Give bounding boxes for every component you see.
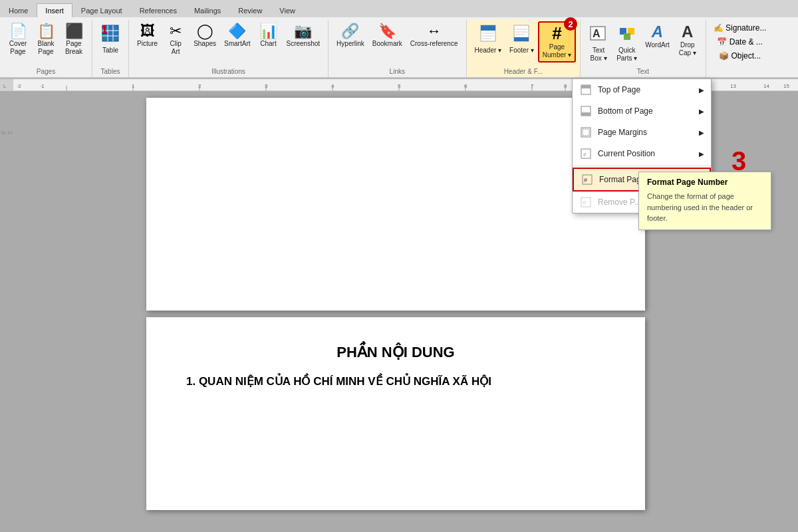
text-buttons: A TextBox ▾ QuickParts ▾ bbox=[585, 20, 702, 66]
current-position-item[interactable]: # Current Position ▶ bbox=[573, 143, 711, 164]
screenshot-label: Screenshot bbox=[287, 40, 321, 48]
header-button[interactable]: Header ▾ bbox=[471, 21, 506, 57]
svg-text:14: 14 bbox=[763, 83, 769, 89]
svg-text:13: 13 bbox=[730, 83, 736, 89]
tab-home[interactable]: Home bbox=[0, 3, 37, 17]
top-of-page-label: Top of Page bbox=[598, 85, 640, 94]
svg-rect-50 bbox=[581, 112, 591, 116]
svg-text:·1: ·1 bbox=[40, 83, 45, 89]
svg-text:#: # bbox=[583, 152, 587, 158]
bookmark-icon: 🔖 bbox=[378, 24, 396, 39]
pages-buttons: 📄 CoverPage 📋 BlankPage ⬛ PageBreak bbox=[4, 20, 88, 66]
top-of-page-item[interactable]: Top of Page ▶ bbox=[573, 79, 711, 100]
clip-art-label: ClipArt bbox=[170, 40, 182, 56]
picture-button[interactable]: 🖼 Picture bbox=[133, 21, 162, 51]
hyperlink-button[interactable]: 🔗 Hyperlink bbox=[332, 21, 368, 51]
object-icon: 📦 Object... bbox=[719, 51, 761, 61]
smartart-button[interactable]: 🔷 SmartArt bbox=[220, 21, 254, 51]
bookmark-button[interactable]: 🔖 Bookmark bbox=[368, 21, 406, 51]
page-number-button[interactable]: 2 # PageNumber ▾ bbox=[538, 21, 576, 63]
current-position-label: Current Position bbox=[598, 149, 655, 158]
table-button[interactable]: 1 Table bbox=[96, 21, 124, 57]
cover-page-button[interactable]: 📄 CoverPage bbox=[4, 21, 32, 59]
blank-page-icon: 📋 bbox=[37, 24, 55, 39]
group-links: 🔗 Hyperlink 🔖 Bookmark ↔ Cross-reference… bbox=[329, 20, 466, 77]
tooltip-text: Change the format of page numbering used… bbox=[647, 191, 763, 224]
screenshot-icon: 📷 bbox=[294, 24, 312, 39]
tab-view[interactable]: View bbox=[271, 3, 304, 17]
pages-label: Pages bbox=[37, 66, 55, 77]
table-label: Table bbox=[102, 47, 118, 55]
page-break-icon: ⬛ bbox=[65, 24, 83, 39]
svg-text:#: # bbox=[583, 200, 586, 206]
cover-page-label: CoverPage bbox=[9, 40, 27, 56]
symbols-buttons: ✍ Signature... 📅 Date & ... 📦 Object... bbox=[710, 20, 770, 74]
tab-references[interactable]: References bbox=[131, 3, 186, 17]
top-of-page-arrow: ▶ bbox=[699, 86, 704, 94]
text-box-icon: A bbox=[589, 24, 608, 45]
tooltip-title: Format Page Number bbox=[647, 178, 763, 187]
bookmark-label: Bookmark bbox=[372, 40, 402, 48]
drop-cap-label: DropCap ▾ bbox=[679, 41, 696, 57]
svg-rect-6 bbox=[481, 25, 495, 31]
page-margins-arrow: ▶ bbox=[699, 129, 704, 136]
current-position-icon: # bbox=[579, 147, 593, 160]
picture-icon: 🖼 bbox=[140, 24, 155, 39]
signature-icon: ✍ Signature... bbox=[714, 23, 767, 33]
signature-button[interactable]: ✍ Signature... bbox=[710, 21, 770, 35]
page-number-label: PageNumber ▾ bbox=[543, 43, 571, 59]
page-2: PHẦN NỘI DUNG 1. QUAN NIỆM CỦA HỒ CHÍ MI… bbox=[146, 317, 645, 510]
illustrations-buttons: 🖼 Picture ✂ ClipArt ◯ Shapes 🔷 SmartArt … bbox=[133, 20, 324, 66]
quick-parts-button[interactable]: QuickParts ▾ bbox=[612, 21, 641, 65]
page-margins-icon bbox=[579, 126, 593, 139]
picture-label: Picture bbox=[137, 40, 158, 48]
svg-rect-48 bbox=[581, 85, 591, 88]
tab-page-layout[interactable]: Page Layout bbox=[72, 3, 131, 17]
page-subtitle: 1. QUAN NIỆM CỦA HỒ CHÍ MINH VỀ CHỦ NGHĨ… bbox=[186, 374, 605, 388]
clip-art-icon: ✂ bbox=[170, 24, 182, 39]
object-button[interactable]: 📦 Object... bbox=[710, 49, 770, 63]
date-time-button[interactable]: 📅 Date & ... bbox=[710, 35, 770, 49]
page-1 bbox=[146, 98, 645, 311]
blank-page-button[interactable]: 📋 BlankPage bbox=[32, 21, 60, 59]
right-area bbox=[778, 91, 798, 517]
footer-icon bbox=[513, 24, 530, 45]
shapes-button[interactable]: ◯ Shapes bbox=[190, 21, 220, 51]
clip-art-button[interactable]: ✂ ClipArt bbox=[162, 21, 190, 59]
svg-text:15: 15 bbox=[783, 83, 789, 89]
cross-reference-button[interactable]: ↔ Cross-reference bbox=[406, 21, 462, 51]
illustrations-label: Illustrations bbox=[211, 66, 245, 77]
top-of-page-icon bbox=[579, 83, 593, 96]
header-footer-buttons: Header ▾ Footer ▾ 2 bbox=[471, 20, 577, 66]
ribbon: Home Insert Page Layout References Maili… bbox=[0, 0, 798, 79]
bottom-of-page-arrow: ▶ bbox=[699, 108, 704, 115]
smartart-label: SmartArt bbox=[224, 40, 250, 48]
group-header-footer: Header ▾ Footer ▾ 2 bbox=[467, 20, 581, 77]
bottom-of-page-item[interactable]: Bottom of Page ▶ bbox=[573, 100, 711, 122]
links-buttons: 🔗 Hyperlink 🔖 Bookmark ↔ Cross-reference bbox=[332, 20, 462, 66]
tab-mailings[interactable]: Mailings bbox=[186, 3, 229, 17]
ribbon-tabs: Home Insert Page Layout References Maili… bbox=[0, 0, 798, 17]
page-1-content bbox=[146, 98, 645, 297]
svg-text:A: A bbox=[593, 28, 600, 39]
bottom-of-page-label: Bottom of Page bbox=[598, 106, 653, 116]
chart-label: Chart bbox=[260, 40, 276, 48]
page-margins-item[interactable]: Page Margins ▶ bbox=[573, 122, 711, 143]
tab-review[interactable]: Review bbox=[229, 3, 271, 17]
drop-cap-icon: A bbox=[682, 24, 693, 40]
svg-rect-19 bbox=[624, 33, 630, 40]
chart-button[interactable]: 📊 Chart bbox=[255, 21, 283, 51]
wordart-button[interactable]: A WordArt bbox=[641, 21, 674, 52]
text-box-button[interactable]: A TextBox ▾ bbox=[585, 21, 612, 65]
group-text: A TextBox ▾ QuickParts ▾ bbox=[581, 20, 706, 77]
drop-cap-button[interactable]: A DropCap ▾ bbox=[674, 21, 702, 60]
footer-button[interactable]: Footer ▾ bbox=[505, 21, 538, 57]
tables-buttons: 1 Table bbox=[96, 20, 124, 66]
tab-insert[interactable]: Insert bbox=[37, 3, 72, 17]
page-break-label: PageBreak bbox=[65, 40, 82, 56]
remove-page-numbers-icon: # bbox=[579, 196, 593, 209]
header-footer-label: Header & F... bbox=[504, 66, 543, 77]
smartart-icon: 🔷 bbox=[228, 24, 246, 39]
screenshot-button[interactable]: 📷 Screenshot bbox=[283, 21, 325, 51]
page-break-button[interactable]: ⬛ PageBreak bbox=[60, 21, 88, 59]
